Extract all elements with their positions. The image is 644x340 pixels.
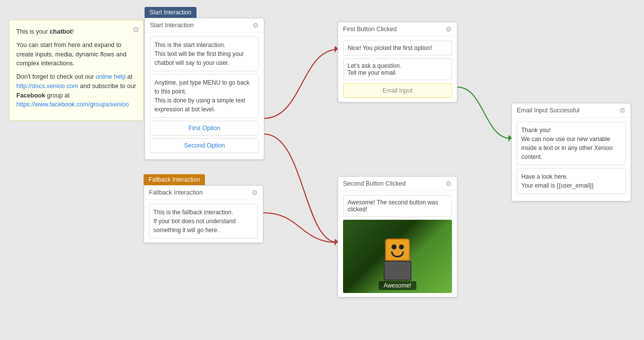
second-button-clicked-node: Second Button Clicked ⚙ Awesome! The sec…	[338, 176, 457, 297]
fallback-gear-icon[interactable]: ⚙	[251, 189, 258, 196]
start-interaction-label: Start Interaction	[145, 7, 197, 18]
info-panel-gear-icon[interactable]: ⚙	[133, 24, 139, 36]
start-interaction-node: Start Interaction ⚙ This is the start in…	[145, 18, 264, 160]
first-clicked-header: First Button Clicked ⚙	[338, 22, 457, 37]
second-clicked-msg1: Awesome! The second button was clicked!	[343, 195, 452, 217]
email-success-body: Thank you!We can now use our new variabl…	[512, 118, 631, 201]
info-text-3: Don't forget to check out our online hel…	[16, 72, 136, 109]
email-success-header: Email Input Successful ⚙	[512, 103, 631, 118]
fallback-title: Fallback Interaction	[149, 189, 202, 196]
first-button-clicked-node: First Button Clicked ⚙ Nice! You picked …	[338, 22, 457, 102]
second-option-button[interactable]: Second Option	[150, 138, 259, 153]
start-interaction-title: Start Interaction	[150, 22, 194, 29]
first-clicked-msg1: Nice! You picked the first option!	[343, 41, 452, 55]
fallback-header: Fallback Interaction ⚙	[144, 186, 263, 200]
facebook-link[interactable]: https://www.facebook.com/groups/xenioo	[16, 101, 129, 108]
lego-smile	[391, 251, 404, 257]
info-panel: ⚙ This is your chatbot! You can start fr…	[9, 20, 144, 121]
docs-link[interactable]: http://docs.xenioo.com	[16, 83, 78, 90]
second-clicked-body: Awesome! The second button was clicked! …	[338, 191, 457, 297]
fallback-interaction-wrapper: Fallback Interaction Fallback Interactio…	[144, 174, 205, 185]
email-success-gear-icon[interactable]: ⚙	[619, 106, 626, 114]
lego-eyes	[386, 240, 409, 249]
online-help-link[interactable]: online help	[96, 73, 125, 80]
start-interaction-gear-icon[interactable]: ⚙	[252, 21, 259, 29]
lego-head	[385, 239, 410, 261]
facebook-bold: Facebook	[16, 92, 45, 99]
info-text-2: You can start from here and expand to cr…	[16, 41, 136, 68]
lego-gif-placeholder: Awesome!	[343, 220, 452, 293]
gif-label: Awesome!	[379, 281, 416, 290]
start-text-block-2: Anytime, just type MENU to go back to th…	[150, 74, 259, 118]
second-clicked-title: Second Button Clicked	[343, 180, 405, 187]
email-input-successful-node: Email Input Successful ⚙ Thank you!We ca…	[511, 103, 631, 201]
first-option-button[interactable]: First Option	[150, 121, 259, 136]
second-clicked-header: Second Button Clicked ⚙	[338, 177, 457, 191]
lego-figure	[378, 239, 417, 283]
start-text-block-1: This is the start interaction.This text …	[150, 37, 259, 71]
lego-left-eye	[392, 244, 396, 249]
fallback-interaction-node: Fallback Interaction ⚙ This is the fallb…	[144, 185, 263, 243]
first-clicked-gear-icon[interactable]: ⚙	[446, 25, 452, 33]
email-success-title: Email Input Successful	[517, 107, 579, 114]
info-text-1: This is your chatbot!	[16, 27, 136, 37]
first-clicked-body: Nice! You picked the first option! Let's…	[338, 37, 457, 102]
email-success-msg1: Thank you!We can now use our new variabl…	[517, 122, 626, 165]
fallback-label: Fallback Interaction	[144, 174, 205, 185]
lego-body	[384, 261, 411, 281]
start-interaction-body: This is the start interaction.This text …	[145, 33, 264, 159]
second-clicked-gear-icon[interactable]: ⚙	[446, 180, 452, 188]
fallback-text-block: This is the fallback interaction.If your…	[149, 204, 258, 239]
email-success-msg2: Have a look here.Your email is {{user_em…	[517, 168, 626, 194]
lego-right-eye	[399, 244, 404, 249]
email-input-block[interactable]: Email Input	[343, 83, 452, 98]
first-clicked-title: First Button Clicked	[343, 26, 396, 33]
first-clicked-msg2: Let's ask a question.Tell me your email.	[343, 58, 452, 80]
fallback-body: This is the fallback interaction.If your…	[144, 200, 263, 243]
start-interaction-wrapper: Start Interaction Start Interaction ⚙ Th…	[145, 7, 197, 18]
start-interaction-header: Start Interaction ⚙	[145, 18, 264, 33]
